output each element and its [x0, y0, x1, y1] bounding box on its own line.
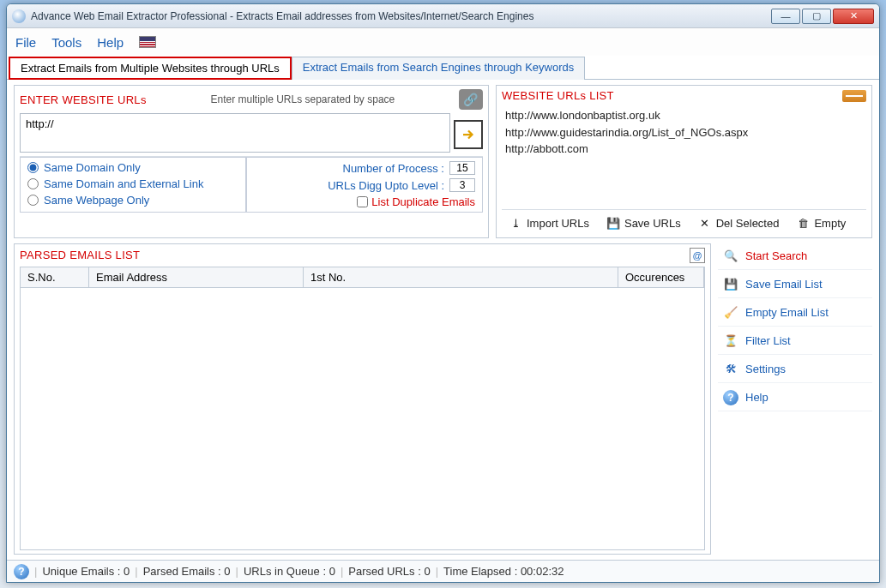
- tab-extract-keywords[interactable]: Extract Emails from Search Engines throu…: [292, 57, 585, 80]
- url-list-item[interactable]: http://abbott.com: [505, 141, 863, 158]
- parsed-emails-panel: PARSED EMAILS LIST @ S.No. Email Address…: [14, 243, 711, 555]
- url-list-panel: WEBSITE URLs LIST http://www.londonbapti…: [496, 85, 872, 238]
- status-parsed-urls: Parsed URLs : 0: [348, 565, 430, 578]
- enter-urls-hint: Enter multiple URLs separated by space: [210, 93, 395, 105]
- settings-icon: 🛠: [723, 362, 738, 377]
- menu-help[interactable]: Help: [97, 35, 124, 50]
- save-icon: 💾: [723, 277, 738, 292]
- settings-button[interactable]: 🛠Settings: [718, 357, 872, 383]
- num-process-input[interactable]: [449, 161, 475, 175]
- email-icon[interactable]: @: [690, 248, 705, 263]
- digg-level-label: URLs Digg Upto Level :: [328, 179, 444, 192]
- del-selected-button[interactable]: ✕Del Selected: [693, 215, 785, 232]
- save-icon: 💾: [606, 217, 620, 231]
- scissors-icon[interactable]: [842, 90, 866, 102]
- delete-icon: ✕: [698, 217, 712, 231]
- window-title: Advance Web Email Extractor Professional…: [31, 10, 769, 22]
- top-row: ENTER WEBSITE URLs Enter multiple URLs s…: [14, 85, 872, 238]
- content-area: ENTER WEBSITE URLs Enter multiple URLs s…: [7, 79, 879, 560]
- import-urls-button[interactable]: ⤓Import URLs: [503, 215, 594, 232]
- save-email-list-button[interactable]: 💾Save Email List: [718, 272, 872, 298]
- empty-icon: 🗑: [796, 217, 810, 231]
- radio-same-domain-external[interactable]: Same Domain and External Link: [27, 177, 238, 190]
- filter-icon: ⏳: [723, 333, 738, 349]
- arrow-right-icon: [461, 127, 476, 142]
- add-url-button[interactable]: [454, 120, 483, 149]
- col-first[interactable]: 1st No.: [304, 267, 618, 287]
- url-list-item[interactable]: http://www.londonbaptist.org.uk: [505, 107, 863, 124]
- search-icon: 🔍: [723, 249, 738, 264]
- tab-bar: Extract Emails from Multiple Websites th…: [7, 56, 879, 79]
- empty-button[interactable]: 🗑Empty: [791, 215, 851, 232]
- status-queue: URLs in Queue : 0: [244, 565, 335, 578]
- filter-list-button[interactable]: ⏳Filter List: [718, 328, 872, 355]
- save-urls-button[interactable]: 💾Save URLs: [601, 215, 686, 232]
- list-duplicate-label: List Duplicate Emails: [371, 195, 475, 208]
- status-help-icon[interactable]: ?: [14, 564, 29, 579]
- digg-level-input[interactable]: [449, 178, 475, 192]
- status-parsed: Parsed Emails : 0: [143, 565, 231, 578]
- parsed-emails-title: PARSED EMAILS LIST: [20, 249, 140, 261]
- menu-file[interactable]: File: [15, 35, 36, 50]
- help-icon: ?: [723, 390, 738, 405]
- import-icon: ⤓: [509, 217, 522, 231]
- radio-same-webpage[interactable]: Same Webpage Only: [27, 194, 238, 207]
- grid-body[interactable]: [20, 288, 705, 551]
- grid-header: S.No. Email Address 1st No. Occurences: [20, 267, 705, 288]
- num-process-label: Number of Process :: [343, 162, 445, 175]
- col-sno[interactable]: S.No.: [21, 267, 89, 287]
- status-elapsed: Time Elapsed : 00:02:32: [443, 565, 564, 578]
- minimize-button[interactable]: —: [771, 9, 800, 24]
- list-duplicate-checkbox[interactable]: [357, 196, 368, 207]
- col-occurences[interactable]: Occurences: [618, 267, 704, 287]
- menubar: File Tools Help: [7, 28, 879, 56]
- titlebar: Advance Web Email Extractor Professional…: [7, 4, 879, 28]
- app-icon: [12, 9, 26, 23]
- radio-same-domain[interactable]: Same Domain Only: [27, 161, 238, 174]
- maximize-button[interactable]: ▢: [802, 9, 831, 24]
- empty-list-icon: 🧹: [723, 305, 738, 321]
- app-window: Advance Web Email Extractor Professional…: [6, 3, 880, 583]
- tab-extract-urls[interactable]: Extract Emails from Multiple Websites th…: [9, 57, 292, 80]
- sidebar: 🔍Start Search 💾Save Email List 🧹Empty Em…: [718, 243, 872, 555]
- language-flag-icon[interactable]: [139, 36, 156, 48]
- col-email[interactable]: Email Address: [89, 267, 304, 287]
- window-buttons: — ▢ ✕: [769, 9, 874, 24]
- url-input[interactable]: [20, 113, 450, 153]
- statusbar: ? | Unique Emails : 0| Parsed Emails : 0…: [7, 560, 879, 582]
- close-button[interactable]: ✕: [833, 9, 874, 24]
- menu-tools[interactable]: Tools: [51, 35, 81, 50]
- url-list-item[interactable]: http://www.guidestarindia.org/List_of_NG…: [505, 124, 863, 141]
- start-search-button[interactable]: 🔍Start Search: [718, 243, 872, 270]
- help-button[interactable]: ?Help: [718, 385, 872, 411]
- link-icon[interactable]: 🔗: [459, 89, 483, 110]
- mid-row: PARSED EMAILS LIST @ S.No. Email Address…: [14, 243, 872, 555]
- url-list-title: WEBSITE URLs LIST: [502, 89, 614, 102]
- enter-urls-panel: ENTER WEBSITE URLs Enter multiple URLs s…: [14, 85, 489, 238]
- enter-urls-title: ENTER WEBSITE URLs: [20, 93, 147, 106]
- empty-email-list-button[interactable]: 🧹Empty Email List: [718, 300, 872, 327]
- status-unique: Unique Emails : 0: [42, 565, 130, 578]
- url-list[interactable]: http://www.londonbaptist.org.uk http://w…: [502, 105, 866, 209]
